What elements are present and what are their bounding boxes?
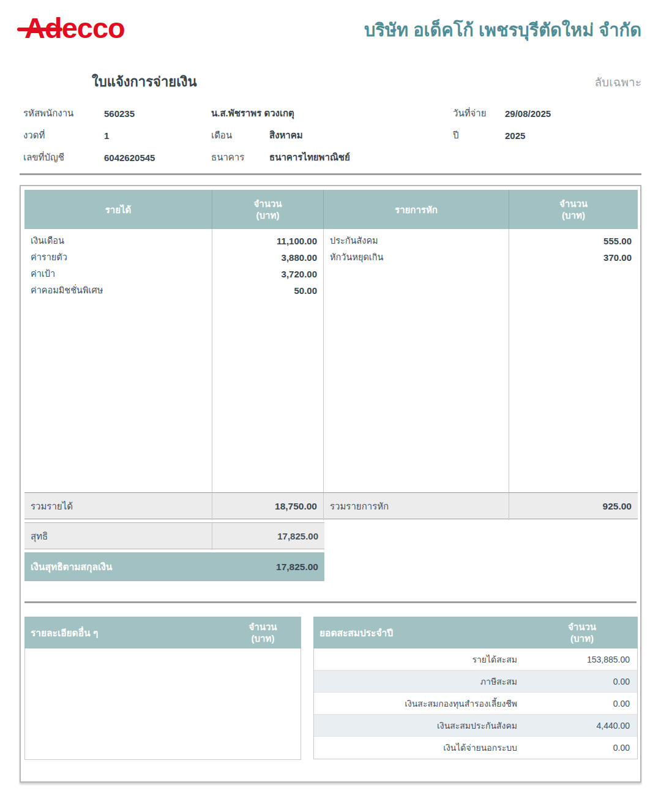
income-item-amount: 11,100.00 bbox=[212, 233, 323, 249]
ytd-row-label: เงินได้จ่ายนอกระบบ bbox=[314, 741, 526, 754]
income-labels-column: เงินเดือน ค่ารายตัว ค่าเป้า ค่าคอมมิชชั่… bbox=[24, 229, 212, 492]
net-currency-row: เงินสุทธิตามสกุลเงิน 17,825.00 bbox=[24, 552, 324, 581]
bank-value: ธนาคารไทยพาณิชย์ bbox=[269, 150, 505, 165]
brand-header: Adecco บริษัท อเด็คโก้ เพชรบุรีตัดใหม่ จ… bbox=[20, 0, 641, 47]
title-row: ใบแจ้งการจ่ายเงิน ลับเฉพาะ bbox=[20, 71, 641, 92]
ytd-row-value: 0.00 bbox=[526, 743, 637, 753]
ytd-title: ยอดสะสมประจำปี bbox=[313, 625, 526, 641]
totals-row: รวมรายได้ 18,750.00 รวมรายการหัก 925.00 bbox=[24, 492, 638, 519]
deduction-item-amount: 370.00 bbox=[509, 249, 638, 266]
deduction-amounts-column: 555.00 370.00 bbox=[509, 229, 638, 492]
income-total-value: 18,750.00 bbox=[212, 493, 324, 520]
ytd-row-label: เงินสะสมกองทุนสำรองเลี้ยงชีพ bbox=[314, 697, 526, 710]
deduction-total-value: 925.00 bbox=[509, 493, 638, 520]
net-currency-label: เงินสุทธิตามสกุลเงิน bbox=[24, 552, 212, 581]
period-value: 1 bbox=[104, 130, 211, 141]
confidential-label: ลับเฉพาะ bbox=[594, 73, 641, 91]
other-details-table: รายละเอียดอื่น ๆ จำนวน (บาท) bbox=[24, 617, 301, 760]
deduction-item-amount: 555.00 bbox=[509, 233, 638, 249]
payment-table: รายได้ จำนวน (บาท) รายการหัก จำนวน (บาท)… bbox=[24, 190, 638, 581]
amount-header-line1: จำนวน bbox=[568, 621, 596, 633]
ytd-row: ภาษีสะสม 0.00 bbox=[314, 671, 637, 693]
ytd-header: ยอดสะสมประจำปี จำนวน (บาท) bbox=[313, 617, 638, 648]
employee-name-value: น.ส.พัชราพร ดวงเกตุ bbox=[211, 106, 453, 121]
ytd-body: รายได้สะสม 153,885.00 ภาษีสะสม 0.00 เงิน… bbox=[313, 648, 638, 759]
deduction-item-label: หักวันหยุดเกิน bbox=[324, 249, 509, 266]
month-value: สิงหาคม bbox=[269, 128, 453, 143]
pay-date-label: วันที่จ่าย bbox=[453, 106, 505, 121]
net-currency-value: 17,825.00 bbox=[212, 552, 324, 581]
income-item-amount: 3,880.00 bbox=[212, 249, 323, 266]
other-details-header: รายละเอียดอื่น ๆ จำนวน (บาท) bbox=[24, 617, 301, 648]
amount-header-line1: จำนวน bbox=[253, 198, 282, 209]
amount-header-line2: (บาท) bbox=[570, 633, 594, 644]
month-label: เดือน bbox=[211, 128, 269, 143]
amount-header-line2: (บาท) bbox=[252, 633, 275, 644]
account-label: เลขที่บัญชี bbox=[23, 150, 104, 165]
year-label: ปี bbox=[453, 128, 505, 143]
header-divider bbox=[20, 173, 641, 175]
ytd-row-label: รายได้สะสม bbox=[314, 653, 526, 666]
income-item-amount: 3,720.00 bbox=[212, 266, 323, 282]
other-details-amount-header: จำนวน (บาท) bbox=[225, 621, 301, 644]
period-label: งวดที่ bbox=[23, 128, 104, 143]
payment-table-header: รายได้ จำนวน (บาท) รายการหัก จำนวน (บาท) bbox=[24, 190, 638, 229]
adecco-logo: Adecco bbox=[24, 10, 125, 47]
document-title: ใบแจ้งการจ่ายเงิน bbox=[92, 71, 196, 92]
ytd-amount-header: จำนวน (บาท) bbox=[526, 621, 638, 644]
other-details-title: รายละเอียดอื่น ๆ bbox=[24, 625, 225, 641]
company-name: บริษัท อเด็คโก้ เพชรบุรีตัดใหม่ จำกัด bbox=[364, 16, 641, 44]
ytd-row: รายได้สะสม 153,885.00 bbox=[314, 648, 637, 671]
deduction-amount-column-header: จำนวน (บาท) bbox=[509, 190, 638, 229]
net-value: 17,825.00 bbox=[212, 523, 324, 550]
deduction-item-label: ประกันสังคม bbox=[324, 233, 509, 249]
income-item-label: เงินเดือน bbox=[24, 233, 212, 249]
income-item-amount: 50.00 bbox=[212, 282, 323, 299]
pay-date-value: 29/08/2025 bbox=[505, 108, 641, 119]
amount-header-line2: (บาท) bbox=[562, 209, 585, 221]
income-item-label: ค่ารายตัว bbox=[24, 249, 212, 266]
deduction-total-label: รวมรายการหัก bbox=[324, 493, 509, 520]
ytd-row-value: 0.00 bbox=[526, 677, 637, 686]
amount-header-line2: (บาท) bbox=[256, 209, 280, 221]
net-label: สุทธิ bbox=[24, 523, 212, 550]
ytd-row-label: ภาษีสะสม bbox=[314, 675, 526, 688]
deduction-labels-column: ประกันสังคม หักวันหยุดเกิน bbox=[324, 229, 509, 492]
ytd-row: เงินสะสมกองทุนสำรองเลี้ยงชีพ 0.00 bbox=[314, 693, 637, 715]
income-total-label: รวมรายได้ bbox=[24, 493, 212, 520]
ytd-row: เงินสะสมประกันสังคม 4,440.00 bbox=[314, 715, 637, 737]
account-value: 6042620545 bbox=[104, 152, 211, 163]
ytd-row-value: 153,885.00 bbox=[526, 655, 637, 664]
other-details-body bbox=[24, 648, 301, 760]
bank-label: ธนาคาร bbox=[211, 150, 269, 165]
payslip-page: Adecco บริษัท อเด็คโก้ เพชรบุรีตัดใหม่ จ… bbox=[0, 0, 661, 812]
employee-id-value: 560235 bbox=[104, 108, 211, 119]
amount-header-line1: จำนวน bbox=[248, 621, 277, 633]
deduction-column-header: รายการหัก bbox=[324, 190, 509, 229]
payment-table-body: เงินเดือน ค่ารายตัว ค่าเป้า ค่าคอมมิชชั่… bbox=[24, 229, 638, 492]
income-item-label: ค่าเป้า bbox=[24, 266, 212, 282]
bottom-section: รายละเอียดอื่น ๆ จำนวน (บาท) ยอดสะสมประจ… bbox=[24, 617, 638, 760]
income-item-label: ค่าคอมมิชชั่นพิเศษ bbox=[24, 282, 212, 299]
employee-id-label: รหัสพนักงาน bbox=[23, 106, 104, 121]
ytd-row-label: เงินสะสมประกันสังคม bbox=[314, 719, 526, 732]
year-value: 2025 bbox=[505, 130, 641, 141]
income-column-header: รายได้ bbox=[24, 190, 212, 229]
employee-info: รหัสพนักงาน 560235 น.ส.พัชราพร ดวงเกตุ ว… bbox=[23, 102, 641, 168]
section-divider bbox=[24, 601, 637, 603]
ytd-row: เงินได้จ่ายนอกระบบ 0.00 bbox=[314, 737, 637, 759]
ytd-row-value: 4,440.00 bbox=[526, 721, 637, 731]
payslip-body-box: รายได้ จำนวน (บาท) รายการหัก จำนวน (บาท)… bbox=[20, 185, 641, 783]
amount-header-line1: จำนวน bbox=[559, 198, 588, 209]
net-row: สุทธิ 17,825.00 bbox=[24, 522, 324, 549]
income-amounts-column: 11,100.00 3,880.00 3,720.00 50.00 bbox=[212, 229, 324, 492]
ytd-row-value: 0.00 bbox=[526, 699, 637, 709]
income-amount-column-header: จำนวน (บาท) bbox=[212, 190, 324, 229]
ytd-table: ยอดสะสมประจำปี จำนวน (บาท) รายได้สะสม 15… bbox=[313, 617, 638, 760]
